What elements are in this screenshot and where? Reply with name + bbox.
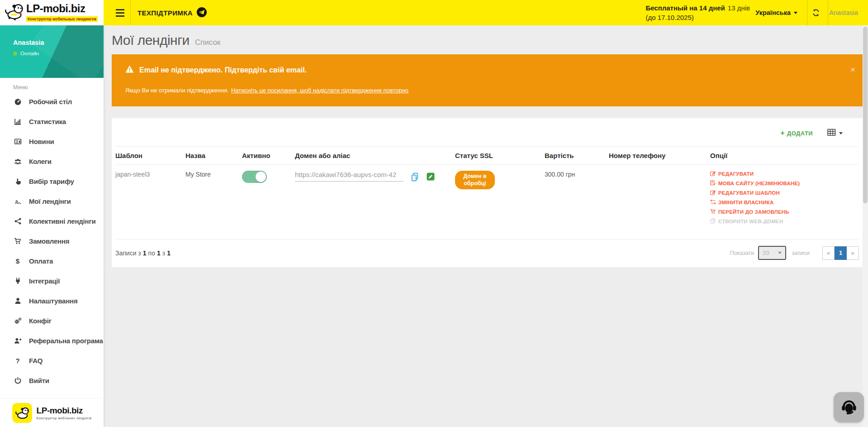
sidebar-item-referral[interactable]: Реферальна програма [0,331,104,350]
telegram-icon [197,7,207,19]
page-subtitle: Список [195,38,221,47]
brand-logo[interactable]: LP-mobi.biz Конструктор мобильных лендин… [0,0,104,25]
account-username: Anastasia [829,9,858,16]
sidebar-item-orders[interactable]: Замовлення [0,231,104,251]
column-header: Опції [710,152,859,159]
sidebar-item-integrations[interactable]: Інтеграції [0,271,104,291]
option-edit[interactable]: РЕДАГУВАТИ [710,171,859,177]
sidebar: Anastasia Онлайн Меню Робочий стіл Стати… [0,25,104,427]
ssl-status-badge: Домен в обробці [455,171,495,189]
topbar-divider [130,0,131,25]
edit-icon [710,171,716,177]
column-header: Шаблон [115,152,185,159]
language-icon [710,180,716,187]
sidebar-item-statistics[interactable]: Статистика [0,111,104,131]
sidebar-item-logout[interactable]: Вийти [0,370,104,390]
sidebar-item-dashboard[interactable]: Робочий стіл [0,91,104,111]
option-go-to-orders[interactable]: ПЕРЕЙТИ ДО ЗАМОВЛЕНЬ [710,209,859,215]
cell-landing-name: My Store [185,171,242,233]
footer-brand-tagline: Конструктор мобільних лендінгів [37,417,92,420]
language-label: Українська [755,9,791,16]
topbar-divider [828,0,828,25]
topbar-divider [807,0,807,25]
add-landing-button[interactable]: + ДОДАТИ [780,129,813,137]
pagination-next-button[interactable]: » [847,246,859,260]
pagination-prev-button[interactable]: « [822,246,835,260]
stats-icon [13,118,22,125]
alert-body-text: Якщо Ви не отримали підтвердження. [125,87,229,94]
sidebar-item-config[interactable]: Конфіг [0,311,104,331]
close-icon[interactable]: × [850,65,855,74]
sidebar-item-payment[interactable]: $ Оплата [0,251,104,271]
per-page-select[interactable]: 20 [758,246,786,260]
headset-icon [840,398,858,417]
footer-brand-title: LP-mobi.biz [37,406,92,416]
exchange-icon [710,199,716,206]
chevron-down-icon [794,12,797,14]
language-selector[interactable]: Українська [755,0,797,25]
cell-template-name: japan-steel3 [115,171,185,233]
user-panel: Anastasia Онлайн [0,25,104,78]
plus-icon: + [780,129,785,137]
plug-icon [13,277,22,285]
row-options: РЕДАГУВАТИ МОВА САЙТУ (НЕЗМІНЮВАНЕ) РЕДА… [710,171,859,225]
brand-tagline: Конструктор мобильных лендингов [26,16,98,22]
active-toggle[interactable] [242,171,267,183]
column-header: Вартість [545,152,609,159]
pagination: « 1 » [822,246,859,260]
chevron-down-icon [778,252,782,254]
scrollbar-thumb[interactable] [863,27,868,203]
sidebar-item-settings[interactable]: Налаштування [0,291,104,311]
resend-confirmation-link[interactable]: Натисніть це посилання, щоб надіслати пі… [231,87,408,94]
sidebar-item-tariff[interactable]: Вибір тарифу [0,171,104,191]
user-plus-icon [13,337,22,345]
pagination-page-1[interactable]: 1 [835,246,847,260]
table-header-row: Шаблон Назва Активно Домен або аліас Ста… [115,146,859,165]
sidebar-item-colleagues[interactable]: Колеги [0,151,104,171]
top-bar: LP-mobi.biz Конструктор мобильных лендин… [0,0,868,25]
column-header: Назва [185,152,242,159]
app-root: LP-mobi.biz Конструктор мобильных лендин… [0,0,868,427]
option-site-language[interactable]: МОВА САЙТУ (НЕЗМІНЮВАНЕ) [710,180,859,187]
dog-mascot-icon [4,3,24,23]
news-icon [13,138,22,145]
warning-icon [125,65,134,75]
table-footer: Записи з1по1з1 Показати 20 записи « 1 » [115,239,859,267]
user-name: Anastasia [13,39,104,46]
chevron-down-icon [839,132,843,134]
share-icon [13,217,22,225]
copy-icon[interactable] [411,173,419,183]
cell-price: 300.00 грн [545,171,609,233]
sidebar-toggle-button[interactable] [110,0,130,25]
sidebar-item-my-landings[interactable]: Мої лендінги [0,191,104,211]
column-header: Активно [242,152,295,159]
sidebar-item-news[interactable]: Новини [0,131,104,151]
sidebar-footer-logo: LP-mobi.biz Конструктор мобільних лендін… [0,399,104,427]
support-chat-button[interactable] [834,392,864,422]
user-status: Онлайн [20,51,39,56]
clone-icon [710,218,716,225]
sidebar-menu: Робочий стіл Статистика Новини Колеги Ви… [0,91,104,390]
account-menu[interactable]: Anastasia [829,0,858,25]
support-label: ТЕХПІДТРИМКА [138,9,193,17]
option-edit-template[interactable]: РЕДАГУВАТИ ШАБЛОН [710,190,859,196]
open-site-icon[interactable] [427,173,435,182]
cart-icon [13,237,22,245]
support-button[interactable]: ТЕХПІДТРИМКА [138,0,207,25]
option-create-web-domain: СТВОРИТИ WEB-ДОМЕН [710,218,859,225]
users-icon [13,158,22,165]
email-warning-banner: Email не підтверджено. Підтвердіть свій … [112,54,863,106]
trial-days-left: 13 днів [728,4,750,12]
trial-until-date: (до 17.10.2025) [645,14,750,21]
sidebar-item-collective-landings[interactable]: Колективні лендінги [0,211,104,231]
table-columns-button[interactable] [827,129,843,138]
option-change-owner[interactable]: ЗМІНИТИ ВЛАСНИКА [710,199,859,206]
signature-icon [13,197,22,205]
show-label: Показати [730,250,754,256]
landings-card: + ДОДАТИ Шаблон Назва Активно Домен або … [112,118,863,267]
refresh-button[interactable] [808,0,824,25]
cart-icon [710,209,716,215]
sidebar-item-faq[interactable]: ? FAQ [0,350,104,370]
edit-icon [710,190,716,196]
domain-input[interactable]: https://cakawi7636-aupvs-com-42 [295,171,403,182]
